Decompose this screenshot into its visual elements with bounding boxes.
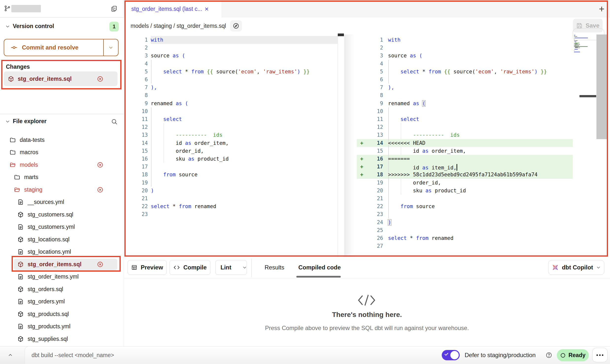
left-pane-scrollbar-thumb[interactable] (338, 33, 344, 36)
code-line[interactable]: 10 (357, 107, 573, 115)
code-line[interactable]: 21 (124, 195, 338, 202)
chevron-down-icon[interactable] (5, 24, 10, 29)
file-explorer-item-stg-customers-yml[interactable]: stg_customers.yml (0, 221, 124, 233)
tab-compiled-code[interactable]: Compiled code (298, 260, 341, 275)
code-line[interactable]: 11 select (124, 115, 338, 123)
code-line[interactable]: 25 (357, 226, 573, 234)
commit-and-resolve-button[interactable]: Commit and resolve (4, 39, 119, 56)
file-explorer-item-staging[interactable]: staging (0, 183, 124, 196)
code-line[interactable]: 9renamed as ( (357, 99, 573, 107)
code-line[interactable]: 5 select * from {{ source('ecom', 'raw_i… (357, 68, 573, 76)
discard-change-icon[interactable] (97, 162, 103, 168)
command-input[interactable]: dbt build --select <model_name> (32, 346, 114, 364)
discard-change-icon[interactable] (97, 76, 103, 82)
code-line[interactable]: 1with (357, 36, 573, 44)
dbt-copilot-button[interactable]: dbt Copilot (548, 260, 604, 275)
tab-close-icon[interactable]: × (205, 6, 209, 13)
left-pane-scrollbar-track[interactable] (338, 34, 338, 257)
help-icon[interactable] (545, 352, 552, 359)
file-explorer-item-stg-supplies-sql[interactable]: stg_supplies.sql (0, 333, 124, 345)
code-line[interactable]: 6 (124, 76, 338, 83)
code-line[interactable]: +18>>>>>>> 58c1dd23d5eebd9cd2495fa7124ab… (357, 171, 573, 179)
code-line[interactable]: 9renamed as ( (124, 99, 338, 107)
code-line[interactable]: 3source as ( (357, 52, 573, 60)
code-line[interactable]: 19 order_id, (357, 179, 573, 187)
code-line[interactable]: 14 id as order_item, (124, 139, 338, 147)
code-line[interactable]: 18 from source (124, 171, 338, 179)
code-line[interactable]: 27 (357, 242, 573, 250)
lineage-compass-button[interactable] (230, 20, 242, 32)
file-explorer-item-stg-order-items-yml[interactable]: stg_order_items.yml (0, 271, 124, 283)
code-line[interactable]: 26select * from renamed (357, 234, 573, 242)
discard-change-icon[interactable] (97, 261, 103, 268)
code-line[interactable]: 19 (124, 179, 338, 187)
code-line[interactable]: 2 (357, 44, 573, 52)
copy-icon[interactable] (110, 5, 118, 12)
code-line[interactable]: +17 id as item_id, (357, 163, 573, 171)
lint-dropdown-button[interactable] (242, 265, 247, 270)
code-line[interactable]: 22select * from renamed (124, 202, 338, 210)
chevron-down-icon[interactable] (5, 119, 10, 124)
preview-button[interactable]: Preview (128, 260, 167, 275)
code-line[interactable]: 8 (124, 91, 338, 99)
code-line[interactable]: 15 order_id, (124, 147, 338, 155)
file-explorer-item-stg-order-items-sql[interactable]: stg_order_items.sql (0, 258, 124, 271)
changed-file-row[interactable]: stg_order_items.sql (4, 71, 118, 86)
tab-results[interactable]: Results (265, 260, 284, 275)
discard-change-icon[interactable] (97, 186, 103, 193)
editor-pane-original[interactable]: 1with23source as (45 select * from {{ so… (124, 34, 338, 257)
code-line[interactable]: 17 (124, 163, 338, 171)
code-line[interactable]: 24) (357, 218, 573, 226)
code-line[interactable]: 20 sku as product_id (357, 187, 573, 195)
code-line[interactable]: 23 (124, 210, 338, 218)
code-line[interactable]: 1with (124, 36, 338, 44)
editor-pane-current[interactable]: 1with23source as (45 select * from {{ so… (357, 34, 573, 257)
commit-dropdown-button[interactable] (104, 45, 118, 50)
code-line[interactable]: 20) (124, 187, 338, 195)
code-line[interactable]: +14<<<<<<< HEAD (357, 139, 573, 147)
code-line[interactable]: 21 (357, 195, 573, 202)
code-line[interactable]: 3source as ( (124, 52, 338, 60)
code-line[interactable]: 23 (357, 210, 573, 218)
code-line[interactable]: +16======= (357, 155, 573, 163)
file-explorer-item-data-tests[interactable]: data-tests (0, 134, 124, 146)
code-line[interactable]: 7), (357, 83, 573, 91)
code-line[interactable]: 10 (124, 107, 338, 115)
branch-name-placeholder[interactable] (11, 5, 41, 12)
file-explorer-item-marts[interactable]: marts (0, 171, 124, 184)
file-explorer-item-stg-products-yml[interactable]: stg_products.yml (0, 320, 124, 333)
code-line[interactable]: 13 ---------- ids (357, 131, 573, 139)
code-line[interactable]: 8 (357, 91, 573, 99)
chevron-up-icon[interactable] (6, 351, 15, 360)
file-explorer-item-models[interactable]: models (0, 159, 124, 171)
code-line[interactable]: 16 sku as product_id (124, 155, 338, 163)
file-explorer-item-stg-products-sql[interactable]: stg_products.sql (0, 308, 124, 320)
code-line[interactable]: 11 select (357, 115, 573, 123)
lint-button[interactable]: Lint (215, 260, 247, 275)
code-line[interactable]: 2 (124, 44, 338, 52)
code-line[interactable]: 15 id as order_item, (357, 147, 573, 155)
search-icon[interactable] (111, 118, 118, 125)
code-line[interactable]: 7), (124, 83, 338, 91)
defer-toggle[interactable] (442, 350, 460, 360)
overflow-menu-button[interactable] (592, 348, 608, 362)
new-tab-button[interactable]: + (596, 3, 607, 14)
code-line[interactable]: 22 from source (357, 202, 573, 210)
file-explorer-item-macros[interactable]: macros (0, 146, 124, 159)
code-line[interactable]: 4 (124, 60, 338, 68)
file-explorer-item--sources-yml[interactable]: __sources.yml (0, 196, 124, 209)
file-explorer-item-stg-orders-sql[interactable]: stg_orders.sql (0, 283, 124, 296)
code-line[interactable]: 4 (357, 60, 573, 68)
code-line[interactable]: 6 (357, 76, 573, 83)
file-explorer-item-stg-customers-sql[interactable]: stg_customers.sql (0, 208, 124, 221)
code-line[interactable]: 13 ---------- ids (124, 131, 338, 139)
file-explorer-item-stg-locations-yml[interactable]: stg_locations.yml (0, 246, 124, 258)
right-pane-scrollbar-thumb[interactable] (596, 34, 608, 139)
code-line[interactable]: 12 (124, 123, 338, 131)
file-explorer-item-stg-orders-yml[interactable]: stg_orders.yml (0, 296, 124, 308)
file-explorer-item-stg-locations-sql[interactable]: stg_locations.sql (0, 233, 124, 246)
code-line[interactable]: 12 (357, 123, 573, 131)
code-line[interactable]: 5 select * from {{ source('ecom', 'raw_i… (124, 68, 338, 76)
compile-button[interactable]: Compile (169, 260, 210, 275)
tab-stg-order-items[interactable]: stg_order_items.sql (last c... × (124, 0, 222, 17)
